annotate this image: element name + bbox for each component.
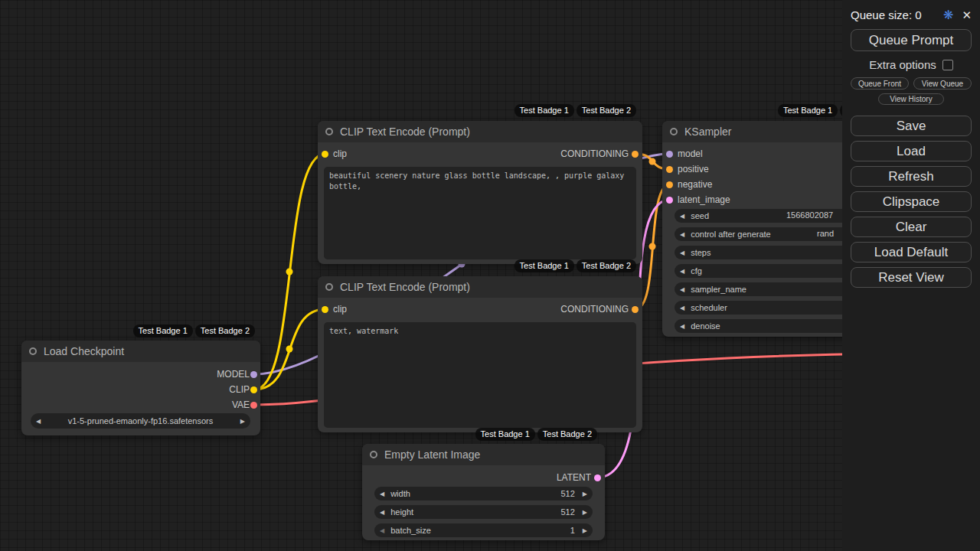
slot-label: model (678, 148, 703, 159)
view-history-button[interactable]: View History (878, 93, 944, 105)
input-dot-clip[interactable] (322, 151, 328, 158)
reset-view-button[interactable]: Reset View (851, 267, 972, 288)
slot-label: clip (333, 148, 347, 159)
node-title-bar[interactable]: Load Checkpoint (21, 341, 260, 362)
view-queue-button[interactable]: View Queue (913, 77, 972, 90)
settings-gear-icon[interactable]: ❋ (943, 8, 953, 22)
wire-midpoint-dot (286, 346, 293, 353)
queue-size-label: Queue size: 0 (851, 8, 943, 21)
node-title-bar[interactable]: CLIP Text Encode (Prompt) (318, 121, 642, 142)
height-widget[interactable]: ◀ height 512 ▶ (374, 505, 593, 519)
node-title: CLIP Text Encode (Prompt) (340, 281, 470, 293)
widget-name: seed (691, 211, 709, 220)
decrement-arrow-icon[interactable]: ◀ (36, 418, 41, 425)
decrement-arrow-icon[interactable]: ◀ (680, 323, 684, 330)
slot-label: MODEL (217, 369, 250, 380)
close-icon[interactable]: ✕ (962, 8, 972, 22)
collapse-dot-icon[interactable] (370, 451, 377, 458)
queue-front-button[interactable]: Queue Front (851, 77, 909, 90)
input-dot-positive[interactable] (666, 166, 673, 173)
input-dot-latent-image[interactable] (666, 197, 673, 204)
extra-options-label: Extra options (869, 58, 936, 71)
slot-label: CONDITIONING (560, 148, 629, 159)
output-slot-conditioning: CONDITIONING (560, 302, 629, 317)
decrement-arrow-icon[interactable]: ◀ (680, 286, 684, 293)
output-dot-latent[interactable] (594, 474, 601, 481)
decrement-arrow-icon[interactable]: ◀ (680, 249, 684, 256)
input-slot-positive: positive (678, 161, 709, 177)
node-title: CLIP Text Encode (Prompt) (340, 126, 470, 138)
input-slot-clip: clip (333, 146, 347, 161)
node-title-bar[interactable]: CLIP Text Encode (Prompt) (318, 276, 642, 298)
input-dot-model[interactable] (666, 151, 673, 158)
slot-label: negative (678, 179, 712, 190)
increment-arrow-icon[interactable]: ▶ (583, 491, 587, 497)
graph-canvas[interactable]: { "menu": { "queue_size": "Queue size: 0… (0, 0, 980, 551)
output-dot-conditioning[interactable] (632, 306, 639, 313)
input-slot-latent-image: latent_image (678, 192, 730, 207)
test-badge-1: Test Badge 1 (133, 324, 193, 337)
node-badges: Test Badge 1 Test Badge 2 (514, 104, 636, 117)
load-default-button[interactable]: Load Default (851, 242, 972, 262)
node-clip-text-encode-negative[interactable]: Test Badge 1 Test Badge 2 CLIP Text Enco… (318, 276, 642, 432)
widget-value: 512 (560, 489, 574, 498)
increment-arrow-icon[interactable]: ▶ (583, 509, 587, 516)
test-badge-2: Test Badge 2 (577, 104, 636, 117)
slot-label: LATENT (557, 472, 591, 483)
node-badges: Test Badge 1 Test Badge 2 (514, 259, 636, 272)
decrement-arrow-icon[interactable]: ◀ (680, 268, 684, 275)
widget-name: steps (691, 248, 710, 257)
node-empty-latent-image[interactable]: Test Badge 1 Test Badge 2 Empty Latent I… (362, 444, 605, 540)
slot-label: CLIP (229, 384, 250, 395)
queue-prompt-button[interactable]: Queue Prompt (851, 29, 972, 51)
decrement-arrow-icon[interactable]: ◀ (680, 231, 684, 238)
extra-options-checkbox[interactable] (942, 60, 953, 70)
save-button[interactable]: Save (851, 116, 972, 136)
width-widget[interactable]: ◀ width 512 ▶ (374, 487, 593, 500)
ckpt-name-combo-widget[interactable]: ◀ v1-5-pruned-emaonly-fp16.safetensors ▶ (31, 413, 250, 429)
prompt-text-area[interactable]: text, watermark (324, 322, 636, 428)
output-slot-latent: LATENT (557, 470, 591, 485)
output-dot-clip[interactable] (250, 386, 257, 393)
input-slot-model: model (678, 146, 703, 161)
decrement-arrow-icon[interactable]: ◀ (380, 527, 384, 534)
node-clip-text-encode-positive[interactable]: Test Badge 1 Test Badge 2 CLIP Text Enco… (318, 121, 642, 264)
widget-name: width (390, 489, 410, 498)
refresh-button[interactable]: Refresh (851, 166, 972, 187)
clipspace-button[interactable]: Clipspace (851, 191, 972, 212)
widget-name: denoise (691, 321, 720, 331)
increment-arrow-icon[interactable]: ▶ (240, 418, 245, 425)
widget-value: rand (817, 229, 834, 238)
decrement-arrow-icon[interactable]: ◀ (680, 213, 684, 220)
load-button[interactable]: Load (851, 141, 972, 161)
collapse-dot-icon[interactable] (670, 128, 678, 135)
collapse-dot-icon[interactable] (325, 128, 333, 135)
output-slot-clip: CLIP (229, 382, 250, 397)
output-dot-model[interactable] (250, 371, 257, 378)
output-dot-vae[interactable] (250, 402, 257, 409)
slot-label: CONDITIONING (560, 304, 629, 315)
output-dot-conditioning[interactable] (632, 151, 639, 158)
collapse-dot-icon[interactable] (29, 347, 37, 355)
node-title: Empty Latent Image (384, 448, 480, 461)
node-load-checkpoint[interactable]: Test Badge 1 Test Badge 2 Load Checkpoin… (21, 341, 260, 435)
widget-name: height (390, 507, 413, 517)
slot-label: VAE (232, 399, 250, 410)
input-dot-negative[interactable] (666, 181, 673, 188)
node-title-bar[interactable]: Empty Latent Image (362, 444, 605, 465)
node-title: KSampler (684, 126, 731, 138)
decrement-arrow-icon[interactable]: ◀ (380, 509, 384, 516)
decrement-arrow-icon[interactable]: ◀ (380, 491, 384, 497)
collapse-dot-icon[interactable] (325, 283, 333, 291)
wire-midpoint-dot (286, 269, 293, 276)
prompt-text-area[interactable]: beautiful scenery nature glass bottle la… (324, 167, 636, 259)
input-dot-clip[interactable] (322, 306, 328, 313)
decrement-arrow-icon[interactable]: ◀ (680, 305, 684, 311)
batch-size-widget[interactable]: ◀ batch_size 1 ▶ (374, 523, 593, 537)
clear-button[interactable]: Clear (851, 217, 972, 237)
test-badge-2: Test Badge 2 (577, 259, 636, 272)
wire-clip-to-positive-prompt (254, 154, 325, 390)
increment-arrow-icon[interactable]: ▶ (583, 527, 587, 534)
input-slot-negative: negative (678, 177, 712, 192)
output-slot-vae: VAE (232, 397, 250, 412)
